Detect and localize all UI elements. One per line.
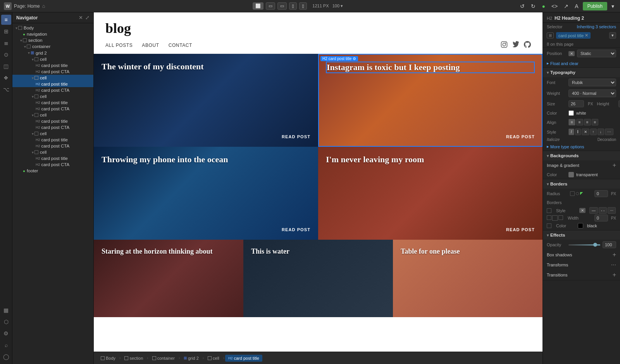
card-cta-4[interactable]: READ POST xyxy=(506,227,535,232)
breadcrumb-card-title[interactable]: H2 card post title xyxy=(225,355,262,362)
selector-tag[interactable]: card post title ✕ xyxy=(556,32,591,39)
inheriting-selectors-link[interactable]: Inheriting 3 selectors xyxy=(577,24,617,29)
opacity-slider[interactable] xyxy=(568,244,600,246)
mobile-btn[interactable]: ▯ xyxy=(299,2,307,10)
subscript-btn[interactable]: ↓ xyxy=(598,129,604,135)
position-select[interactable]: Static xyxy=(577,50,616,57)
opacity-input[interactable] xyxy=(603,241,616,248)
search-icon[interactable]: ⌕ xyxy=(1,340,11,350)
selector-tag-remove[interactable]: ✕ xyxy=(585,33,588,38)
more-type-options-link[interactable]: ▸ More type options xyxy=(543,143,620,151)
navigator-close-btn[interactable]: ✕ xyxy=(79,15,83,21)
nav-link-about[interactable]: ABOUT xyxy=(142,43,159,48)
border-width-input[interactable] xyxy=(594,215,608,221)
nav-item-cell2-cta[interactable]: H2 card post CTA xyxy=(12,87,93,93)
layers-icon[interactable]: ▦ xyxy=(1,305,11,315)
twitter-icon[interactable] xyxy=(512,41,519,50)
nav-item-cell3[interactable]: ▾ cell xyxy=(12,93,93,100)
breadcrumb-cell[interactable]: cell xyxy=(205,355,222,362)
nav-item-footer[interactable]: ▸ ● footer xyxy=(12,168,93,174)
blog-card-1[interactable]: The winter of my discontent READ POST xyxy=(94,54,318,147)
nav-item-cell5-cta[interactable]: H2 card post CTA xyxy=(12,143,93,149)
publish-dropdown-btn[interactable]: ▾ xyxy=(610,2,616,10)
blog-card-5[interactable]: Staring at the horizon thinking about xyxy=(94,240,243,317)
navigator-expand-btn[interactable]: ⤢ xyxy=(85,15,90,21)
breadcrumb-grid2[interactable]: ⊞ grid 2 xyxy=(181,355,202,362)
border-color-swatch[interactable] xyxy=(578,223,583,228)
assets-icon[interactable]: ◫ xyxy=(1,61,11,71)
desktop-large-btn[interactable]: ⬜ xyxy=(253,2,264,10)
superscript-btn[interactable]: ↑ xyxy=(590,129,597,135)
more-style-btn[interactable]: ⋯ xyxy=(605,129,613,135)
nav-item-cell2-title[interactable]: H2 card post title xyxy=(12,81,93,87)
align-center-btn[interactable]: ≡ xyxy=(576,119,583,125)
add-transition-btn[interactable]: + xyxy=(613,271,616,278)
align-right-btn[interactable]: ≡ xyxy=(584,119,591,125)
blog-card-3[interactable]: Throwing my phone into the ocean READ PO… xyxy=(94,147,318,240)
radius-input[interactable] xyxy=(594,190,608,197)
borders-header[interactable]: ▾ Borders xyxy=(543,179,620,189)
nav-item-cell5[interactable]: ▾ cell xyxy=(12,130,93,137)
card-cta-1[interactable]: READ POST xyxy=(282,134,310,139)
typography-header[interactable]: ▾ Typography xyxy=(543,68,620,77)
border-size-box-3[interactable] xyxy=(558,215,563,220)
align-justify-btn[interactable]: ≡ xyxy=(592,119,599,125)
instagram-icon[interactable] xyxy=(501,41,508,50)
border-style-clear-btn[interactable]: ✕ xyxy=(579,208,586,213)
interactions-icon[interactable]: ⬡ xyxy=(1,317,11,327)
border-dotted-btn[interactable]: ··· xyxy=(608,207,615,214)
status-btn[interactable]: ● xyxy=(540,2,547,10)
nav-item-cell1-title[interactable]: H2 card post title xyxy=(12,62,93,69)
logic-icon[interactable]: ⌥ xyxy=(1,84,11,94)
nav-item-cell5-title[interactable]: H2 card post title xyxy=(12,137,93,143)
nav-item-section[interactable]: ▾ section xyxy=(12,37,93,43)
border-solid-btn[interactable]: — xyxy=(589,207,598,214)
opacity-slider-thumb[interactable] xyxy=(593,243,597,247)
tablet-portrait-btn[interactable]: ▯ xyxy=(289,2,297,10)
cms-icon[interactable]: ≣ xyxy=(1,38,11,48)
settings-icon-left[interactable]: ⚙ xyxy=(1,328,11,338)
align-left-btn[interactable]: ≡ xyxy=(568,119,575,125)
height-input[interactable] xyxy=(618,100,620,107)
nav-item-cell2[interactable]: ▾ cell xyxy=(12,75,93,81)
code-btn[interactable]: <> xyxy=(549,2,560,10)
breadcrumb-container[interactable]: container xyxy=(149,355,178,362)
nav-item-cell1-cta[interactable]: H2 card post CTA xyxy=(12,69,93,75)
nav-item-cell6-cta[interactable]: H2 card post CTA xyxy=(12,161,93,168)
github-icon[interactable] xyxy=(524,41,531,50)
redo-btn[interactable]: ↻ xyxy=(529,2,537,10)
account-icon[interactable]: ◯ xyxy=(1,352,11,362)
blog-card-4[interactable]: I'm never leaving my room READ POST xyxy=(318,147,542,240)
nav-item-cell1[interactable]: ▾ cell xyxy=(12,56,93,62)
nav-item-cell6[interactable]: ▾ cell xyxy=(12,149,93,155)
font-select[interactable]: Rubik xyxy=(568,79,616,86)
undo-btn[interactable]: ↺ xyxy=(518,2,527,10)
nav-item-navigation[interactable]: ▸ ● navigation xyxy=(12,31,93,37)
blog-card-2[interactable]: H2 card post title ⚙ Instagram is toxic … xyxy=(318,54,542,147)
blog-card-6[interactable]: This is water xyxy=(243,240,393,317)
bg-color-swatch[interactable] xyxy=(568,172,574,177)
bold-style-btn[interactable]: I xyxy=(575,129,581,135)
pages-icon[interactable]: ⊞ xyxy=(1,26,11,36)
border-size-box-2[interactable] xyxy=(552,215,558,221)
border-box-all[interactable] xyxy=(570,191,575,196)
color-swatch[interactable] xyxy=(568,110,574,116)
card-cta-3[interactable]: READ POST xyxy=(282,227,310,232)
card-cta-2[interactable]: READ POST xyxy=(506,134,535,139)
border-checkbox-1[interactable] xyxy=(547,208,551,213)
nav-item-cell3-title[interactable]: H2 card post title xyxy=(12,100,93,106)
tablet-landscape-btn[interactable]: ▭ xyxy=(277,2,287,10)
nav-item-cell6-title[interactable]: H2 card post title xyxy=(12,155,93,161)
strikethrough-btn[interactable]: ✕ xyxy=(582,129,589,135)
nav-item-cell3-cta[interactable]: H2 card post CTA xyxy=(12,106,93,112)
weight-select[interactable]: 400 · Normal xyxy=(568,89,616,97)
add-background-btn[interactable]: + xyxy=(613,162,616,169)
nav-item-container[interactable]: ▾ container xyxy=(12,43,93,50)
nav-item-cell4-cta[interactable]: H2 card post CTA xyxy=(12,124,93,130)
position-clear-btn[interactable]: ✕ xyxy=(568,51,575,56)
nav-link-contact[interactable]: CONTACT xyxy=(169,43,192,48)
settings-gear-icon[interactable]: ⚙ xyxy=(353,57,356,61)
nav-item-body[interactable]: ▾ Body xyxy=(12,25,93,31)
blog-card-7[interactable]: Table for one please xyxy=(393,240,542,317)
nav-item-cell4-title[interactable]: H2 card post title xyxy=(12,118,93,124)
